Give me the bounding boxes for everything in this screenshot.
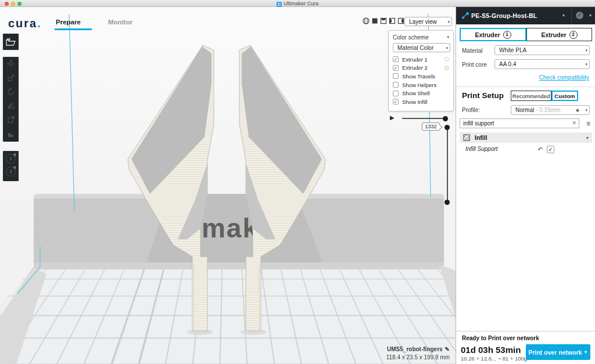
open-file-button[interactable] xyxy=(2,33,20,51)
printer-back-panel: mak xyxy=(34,194,444,269)
mirror-tool-icon[interactable] xyxy=(3,99,19,113)
material-swatch xyxy=(445,66,449,70)
star-icon[interactable]: ★ xyxy=(575,106,580,115)
print-over-network-button[interactable]: Print over network ▾ xyxy=(526,344,590,360)
cura-window: CUltimaker Cura mak xyxy=(0,0,595,364)
checkbox[interactable] xyxy=(393,91,399,96)
checkbox[interactable] xyxy=(393,73,399,79)
custom-button[interactable]: Custom xyxy=(551,91,578,101)
material-label: Material xyxy=(462,48,483,54)
scale-tool-icon[interactable] xyxy=(3,71,19,85)
network-printer-icon xyxy=(461,12,469,20)
color-scheme-item[interactable]: Show Helpers xyxy=(393,81,449,89)
current-layer-badge: 1332 xyxy=(422,122,440,131)
checkbox[interactable]: ✓ xyxy=(393,99,399,104)
extruder-2-tab[interactable]: Extruder2 xyxy=(526,28,592,41)
chevron-down-icon: ▾ xyxy=(585,46,587,55)
simulation-slider-handle[interactable] xyxy=(443,116,448,121)
tab-prepare[interactable]: Prepare xyxy=(56,19,81,26)
cura-logo: cura. xyxy=(8,17,42,30)
checkbox[interactable]: ✓ xyxy=(393,56,399,62)
color-scheme-item[interactable]: Show Travels xyxy=(393,72,449,81)
reset-setting-icon[interactable]: ↶ xyxy=(537,146,543,153)
print-time-estimate: 01d 03h 53min xyxy=(461,345,521,355)
view-left-icon[interactable] xyxy=(389,17,396,24)
color-scheme-item[interactable]: Show Shell xyxy=(393,89,449,98)
chevron-down-icon: ▾ xyxy=(585,349,587,355)
chevron-down-icon: ▾ xyxy=(585,106,587,114)
view-right-icon[interactable] xyxy=(397,17,404,24)
tool-rail xyxy=(2,56,20,143)
ultimaker-plate-logo: mak xyxy=(192,212,268,244)
checkbox-label: Show Travels xyxy=(402,73,449,80)
move-tool-icon[interactable] xyxy=(3,57,19,71)
printcore-dropdown[interactable]: AA 0.4▾ xyxy=(494,59,590,69)
printcore-label: Print core xyxy=(462,62,487,68)
per-model-settings-icon[interactable] xyxy=(3,113,19,127)
settings-panel: PE-S5-Group-Host-BL ▾ ✓ ▾ Extruder1 Extr… xyxy=(456,7,595,364)
cura-app-icon: C xyxy=(277,2,282,7)
support-blocker-icon[interactable] xyxy=(3,127,19,140)
layer-slider-bottom-handle[interactable] xyxy=(445,200,450,205)
view-3d-icon[interactable] xyxy=(363,17,370,24)
chevron-down-icon: ▾ xyxy=(585,60,587,69)
printer-status-check-icon: ✓ xyxy=(576,12,583,19)
layer-slider-top-handle[interactable] xyxy=(445,125,450,130)
view-mode-dropdown[interactable]: Layer view▾ xyxy=(404,17,452,26)
simulation-play-button[interactable]: ▶ xyxy=(390,114,395,121)
extruder-select-rail: 1 2 xyxy=(2,150,20,182)
simulation-slider-track[interactable] xyxy=(402,118,446,119)
title-bar: CUltimaker Cura xyxy=(0,0,595,7)
checkbox-label: Extruder 2 xyxy=(402,64,445,71)
setting-visibility-menu-icon[interactable]: ≡ xyxy=(586,120,590,128)
viewport-3d[interactable]: mak xyxy=(0,7,456,364)
material-usage-estimate: 10.26 + 12.6... ~ 81 + 100g xyxy=(461,355,527,362)
rename-pencil-icon[interactable]: ✎ xyxy=(445,346,450,352)
camera-view-toolbar xyxy=(363,17,404,24)
checkbox[interactable] xyxy=(393,82,399,88)
color-scheme-label[interactable]: Color scheme▾ xyxy=(393,34,449,41)
layer-slider-track[interactable] xyxy=(447,127,448,203)
ready-status: Ready to Print over network xyxy=(462,335,539,341)
color-scheme-dropdown[interactable]: Material Color▾ xyxy=(393,43,450,52)
tab-monitor[interactable]: Monitor xyxy=(108,19,132,26)
layer-view-panel: Color scheme▾ Material Color▾ ✓Extruder … xyxy=(388,30,454,111)
material-swatch xyxy=(445,57,449,62)
build-volume-edge-back-left xyxy=(69,14,74,211)
checkbox-label: Show Shell xyxy=(402,90,449,96)
color-scheme-item[interactable]: ✓Extruder 2 xyxy=(393,64,449,73)
chevron-down-icon: ▾ xyxy=(586,135,589,140)
check-compatibility-link[interactable]: Check compatibility xyxy=(539,74,589,81)
recommended-button[interactable]: Recommended xyxy=(511,91,551,101)
chevron-down-icon[interactable]: ▾ xyxy=(589,13,592,18)
clear-search-icon[interactable]: ✕ xyxy=(572,119,576,128)
profile-dropdown[interactable]: Normal - 0.15mm ★ ▾ xyxy=(511,105,590,115)
view-front-icon[interactable] xyxy=(371,17,378,24)
color-scheme-item[interactable]: ✓Extruder 1 xyxy=(393,55,449,64)
setting-search-input[interactable]: infill support ✕ xyxy=(460,118,579,128)
extruder-1-tab[interactable]: Extruder1 xyxy=(460,28,526,41)
chevron-down-icon: ▾ xyxy=(447,17,450,26)
checkbox[interactable]: ✓ xyxy=(393,65,399,71)
material-dropdown[interactable]: White PLA▾ xyxy=(494,45,590,55)
chevron-down-icon: ▾ xyxy=(562,13,565,18)
rail-extruder-1-button[interactable]: 1 xyxy=(6,154,16,164)
color-scheme-list: ✓Extruder 1✓Extruder 2Show TravelsShow H… xyxy=(393,55,449,106)
extruder-tabs: Extruder1 Extruder2 xyxy=(460,28,592,41)
profile-label: Profile: xyxy=(462,107,480,113)
rotate-tool-icon[interactable] xyxy=(3,85,19,99)
infill-section-header[interactable]: Infill ▾ xyxy=(460,132,592,143)
checkbox-label: Extruder 1 xyxy=(402,56,445,63)
color-scheme-item[interactable]: ✓Show Infill xyxy=(393,98,449,106)
view-top-icon[interactable] xyxy=(380,17,387,24)
active-tab-underline xyxy=(55,28,92,30)
model-name: UMS5_robot-fingers xyxy=(387,346,443,352)
rail-extruder-2-button[interactable]: 2 xyxy=(6,167,16,176)
printer-header[interactable]: PE-S5-Group-Host-BL ▾ ✓ ▾ xyxy=(456,7,595,24)
build-plate-grid xyxy=(0,7,456,214)
checkbox-label: Show Helpers xyxy=(402,82,449,88)
chevron-down-icon: ▾ xyxy=(446,44,448,52)
infill-support-checkbox[interactable]: ✓ xyxy=(547,146,554,153)
open-folder-icon xyxy=(3,34,19,50)
window-title: CUltimaker Cura xyxy=(0,0,595,7)
